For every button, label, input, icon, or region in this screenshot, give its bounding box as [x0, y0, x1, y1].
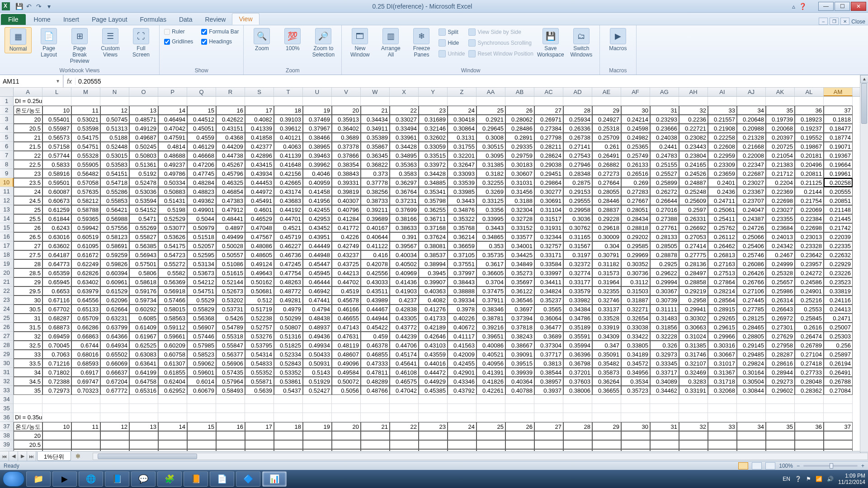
cell[interactable]: 0.31517	[534, 214, 563, 223]
cell[interactable]: 0.53594	[129, 196, 158, 205]
cell[interactable]: 0.45447	[303, 259, 332, 268]
cell[interactable]: 0.27958	[766, 341, 795, 350]
cell[interactable]: 0.21148	[824, 205, 853, 214]
cell[interactable]	[274, 395, 303, 404]
cell[interactable]: 0.37818	[505, 323, 534, 332]
cell[interactable]: 0.24901	[795, 286, 824, 296]
cell[interactable]	[361, 395, 390, 404]
cell[interactable]: 0.25845	[795, 314, 824, 323]
cell[interactable]: 0.48086	[245, 241, 274, 250]
cell[interactable]: 0.58618	[129, 277, 158, 286]
cell[interactable]	[361, 431, 390, 440]
cell[interactable]	[42, 431, 71, 440]
cell[interactable]: 0.70323	[71, 386, 100, 395]
cell[interactable]: 18	[274, 422, 303, 431]
cell[interactable]: 0.57985	[187, 341, 216, 350]
cell[interactable]: 32.5	[14, 341, 42, 350]
cell[interactable]: 0.65502	[100, 350, 129, 359]
taskbar-app-1[interactable]: 📘	[105, 471, 129, 487]
col-header-AE[interactable]: AE	[592, 88, 621, 96]
cell[interactable]: 0.19961	[824, 169, 853, 178]
cell[interactable]: 0.41436	[390, 277, 419, 286]
cell[interactable]: 0.30504	[737, 377, 766, 386]
cell[interactable]: 0.41391	[476, 368, 505, 377]
cell[interactable]: 0.56907	[187, 323, 216, 332]
cell[interactable]	[129, 431, 158, 440]
cell[interactable]: 0.50334	[158, 178, 187, 187]
cell[interactable]: 0.30316	[708, 341, 737, 350]
cell[interactable]: 0.48119	[332, 341, 361, 350]
cell[interactable]: 0.40644	[361, 232, 390, 241]
cell[interactable]: 0.43452	[303, 223, 332, 232]
cell[interactable]: 26	[505, 106, 534, 115]
cell[interactable]: 0.45719	[274, 232, 303, 241]
cell[interactable]: 21	[361, 422, 390, 431]
cell[interactable]: 0.31689	[419, 115, 448, 124]
cell[interactable]: 0.63083	[129, 350, 158, 359]
cell[interactable]	[476, 440, 505, 449]
cell[interactable]: 0.28818	[621, 223, 650, 232]
cell[interactable]: 0.47206	[187, 160, 216, 169]
row-header-32[interactable]: 32	[0, 377, 14, 386]
cell[interactable]: 0.28505	[650, 241, 679, 250]
cell[interactable]: 0.41122	[361, 241, 390, 250]
cell[interactable]	[216, 404, 245, 413]
cells-area[interactable]: DI = 0.25uS온도/농도101112131415161718192021…	[14, 97, 868, 451]
cell[interactable]: 0.32372	[563, 259, 592, 268]
cell[interactable]: 0.69747	[71, 377, 100, 386]
cell[interactable]	[216, 440, 245, 449]
cell[interactable]: 27.5	[14, 250, 42, 259]
cell[interactable]: 0.35322	[448, 214, 476, 223]
cell[interactable]: 0.3697	[505, 305, 534, 314]
page-layout-button[interactable]: 📄Page Layout	[35, 27, 62, 59]
cell[interactable]: 27	[534, 106, 563, 115]
cell[interactable]: 0.22698	[766, 196, 795, 205]
cell[interactable]: 0.48605	[245, 250, 274, 259]
cell[interactable]: 0.30183	[505, 160, 534, 169]
cell[interactable]: 0.42078	[361, 259, 390, 268]
cell[interactable]: 0.51929	[303, 377, 332, 386]
sheet-first-button[interactable]: ⏮	[0, 451, 9, 461]
cell[interactable]: 0.25762	[708, 223, 737, 232]
cell[interactable]: 23	[419, 422, 448, 431]
cell[interactable]: 0.19552	[795, 133, 824, 142]
cell[interactable]: 0.26971	[534, 115, 563, 124]
cell[interactable]: 0.48937	[303, 323, 332, 332]
cell[interactable]	[216, 395, 245, 404]
cell[interactable]: 0.25897	[824, 350, 853, 359]
cell[interactable]: 30	[14, 296, 42, 305]
cell[interactable]	[563, 97, 592, 106]
cell[interactable]: 0.22369	[766, 187, 795, 196]
cell[interactable]	[766, 440, 795, 449]
cell[interactable]: 0.64187	[42, 250, 71, 259]
cell[interactable]: 0.53352	[274, 368, 303, 377]
taskbar-media[interactable]: ▶	[52, 471, 77, 487]
cell[interactable]: 0.59062	[187, 359, 216, 368]
qat-dropdown-icon[interactable]: ▾	[45, 3, 52, 10]
cell[interactable]: 0.60209	[158, 341, 187, 350]
cell[interactable]: 0.5056	[332, 386, 361, 395]
cell[interactable]: 0.58523	[187, 350, 216, 359]
cell[interactable]: 0.34411	[534, 277, 563, 286]
cell[interactable]: 0.58691	[100, 241, 129, 250]
taskbar-word[interactable]: 📄	[210, 471, 234, 487]
cell[interactable]: 0.27141	[563, 142, 592, 151]
cell[interactable]: 26	[14, 223, 42, 232]
cell[interactable]	[448, 449, 476, 451]
zoom-out-button[interactable]: −	[797, 463, 800, 469]
cell[interactable]: 0.21054	[766, 151, 795, 160]
cell[interactable]: 0.30302	[679, 314, 708, 323]
cell[interactable]: 0.34895	[390, 151, 419, 160]
cell[interactable]: 0.34425	[505, 250, 534, 259]
cell[interactable]: 0.31385	[679, 341, 708, 350]
cell[interactable]: 0.50931	[303, 359, 332, 368]
sheet-last-button[interactable]: ⏭	[27, 451, 36, 461]
cell[interactable]: 0.25061	[708, 205, 737, 214]
cell[interactable]: 0.35389	[361, 133, 390, 142]
cell[interactable]	[621, 97, 650, 106]
cell[interactable]: 0.36655	[592, 386, 621, 395]
row-header-2[interactable]: 2	[0, 106, 14, 115]
cell[interactable]: 20.5	[14, 440, 42, 449]
cell[interactable]: 0.20648	[737, 115, 766, 124]
cell[interactable]: 0.38354	[332, 160, 361, 169]
